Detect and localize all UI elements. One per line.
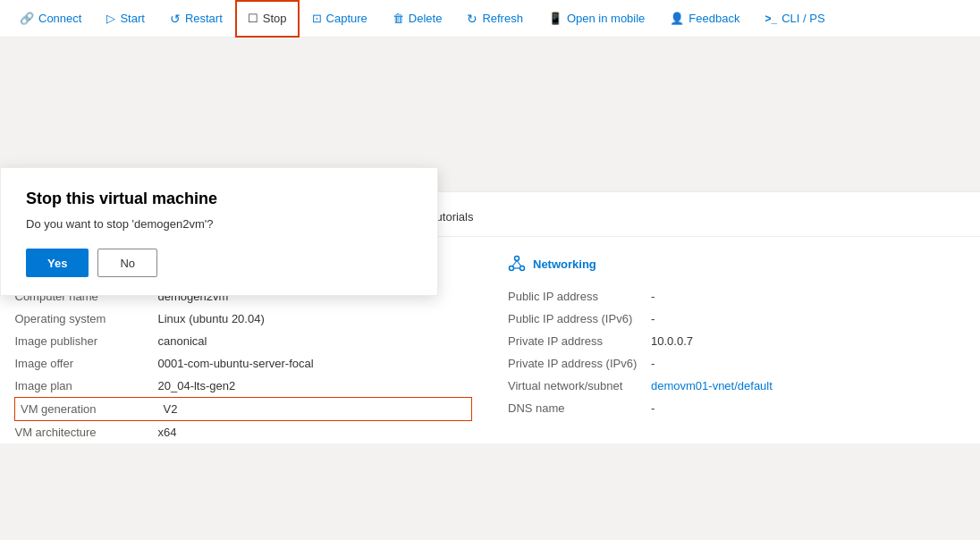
main-content: Stop this virtual machine Do you want to… (0, 167, 980, 443)
feedback-label: Feedback (689, 12, 739, 25)
stop-label: Stop (263, 12, 287, 25)
cli-icon (765, 13, 777, 25)
table-row: Private IP address 10.0.0.7 (508, 330, 966, 352)
restart-icon (170, 12, 181, 26)
prop-value: - (651, 308, 966, 330)
prop-value: 0001-com-ubuntu-server-focal (158, 352, 472, 375)
start-label: Start (120, 12, 144, 25)
prop-label: Private IP address (508, 330, 651, 352)
svg-line-3 (512, 261, 517, 267)
connect-button[interactable]: Connect (7, 0, 94, 38)
table-row: Image offer 0001-com-ubuntu-server-focal (15, 352, 472, 375)
stop-button[interactable]: Stop (235, 0, 300, 38)
vm-generation-row: VM generation V2 (15, 398, 472, 421)
prop-value: canonical (158, 330, 472, 352)
capture-label: Capture (326, 12, 368, 25)
svg-point-1 (510, 266, 514, 271)
svg-point-0 (515, 257, 520, 261)
open-in-mobile-button[interactable]: Open in mobile (536, 0, 657, 38)
delete-label: Delete (409, 12, 443, 25)
start-icon (106, 12, 115, 25)
connect-label: Connect (38, 12, 81, 25)
toolbar: Connect Start Restart Stop Capture Delet… (0, 0, 980, 38)
svg-line-4 (517, 261, 521, 267)
open-in-mobile-label: Open in mobile (567, 12, 645, 25)
vnet-link-value[interactable]: demovm01-vnet/default (651, 379, 773, 392)
capture-button[interactable]: Capture (300, 0, 380, 38)
networking-section: Networking Public IP address - Public IP… (508, 255, 966, 443)
stop-icon (248, 12, 258, 25)
cli-button[interactable]: CLI / PS (752, 0, 837, 38)
prop-label: Public IP address (IPv6) (508, 308, 651, 330)
capture-icon (312, 12, 322, 25)
networking-section-title: Networking (533, 257, 596, 271)
prop-label: Image plan (15, 375, 158, 398)
svg-point-2 (520, 266, 525, 271)
prop-label: Virtual network/subnet (508, 375, 651, 397)
table-row: Operating system Linux (ubuntu 20.04) (15, 308, 472, 330)
restart-label: Restart (185, 12, 223, 25)
networking-properties-table: Public IP address - Public IP address (I… (508, 285, 966, 419)
prop-label: DNS name (508, 397, 651, 419)
dialog-title: Stop this virtual machine (26, 190, 412, 208)
table-row: Image publisher canonical (15, 330, 472, 352)
stop-dialog: Stop this virtual machine Do you want to… (0, 167, 438, 296)
table-row: DNS name - (508, 397, 966, 419)
prop-value: - (651, 397, 966, 419)
prop-label: Private IP address (IPv6) (508, 352, 651, 375)
prop-value: 10.0.0.7 (651, 330, 966, 352)
no-button[interactable]: No (97, 249, 157, 277)
mobile-icon (548, 12, 562, 25)
prop-label: Public IP address (508, 285, 651, 308)
refresh-button[interactable]: Refresh (454, 0, 536, 38)
table-row: Public IP address - (508, 285, 966, 308)
prop-value: - (651, 285, 966, 308)
prop-value: - (651, 352, 966, 375)
connect-icon (20, 12, 34, 25)
table-row: Private IP address (IPv6) - (508, 352, 966, 375)
prop-value: x64 (158, 421, 472, 444)
feedback-button[interactable]: Feedback (657, 0, 752, 38)
vnet-link[interactable]: demovm01-vnet/default (651, 375, 966, 397)
vm-properties-table: Computer name demogen2vm Operating syste… (14, 285, 472, 443)
prop-label: Image offer (15, 352, 158, 375)
yes-button[interactable]: Yes (26, 249, 89, 277)
refresh-label: Refresh (482, 12, 523, 25)
start-button[interactable]: Start (94, 0, 156, 38)
networking-icon (508, 255, 526, 273)
delete-icon (393, 12, 404, 25)
prop-label: Operating system (15, 308, 158, 330)
delete-button[interactable]: Delete (380, 0, 455, 38)
table-row: Public IP address (IPv6) - (508, 308, 966, 330)
prop-value: Linux (ubuntu 20.04) (158, 308, 472, 330)
dialog-buttons: Yes No (26, 249, 412, 277)
prop-value: V2 (158, 398, 472, 421)
refresh-icon (467, 12, 477, 26)
prop-label: Image publisher (15, 330, 158, 352)
feedback-icon (670, 12, 684, 25)
cli-label: CLI / PS (781, 12, 824, 25)
table-row: VM architecture x64 (15, 421, 472, 444)
prop-value: 20_04-lts-gen2 (158, 375, 472, 398)
dialog-message: Do you want to stop 'demogen2vm'? (26, 217, 412, 231)
prop-label: VM architecture (15, 421, 158, 444)
restart-button[interactable]: Restart (157, 0, 235, 38)
prop-label: VM generation (15, 398, 158, 421)
table-row: Image plan 20_04-lts-gen2 (15, 375, 472, 398)
networking-section-header: Networking (508, 255, 966, 273)
table-row: Virtual network/subnet demovm01-vnet/def… (508, 375, 966, 397)
